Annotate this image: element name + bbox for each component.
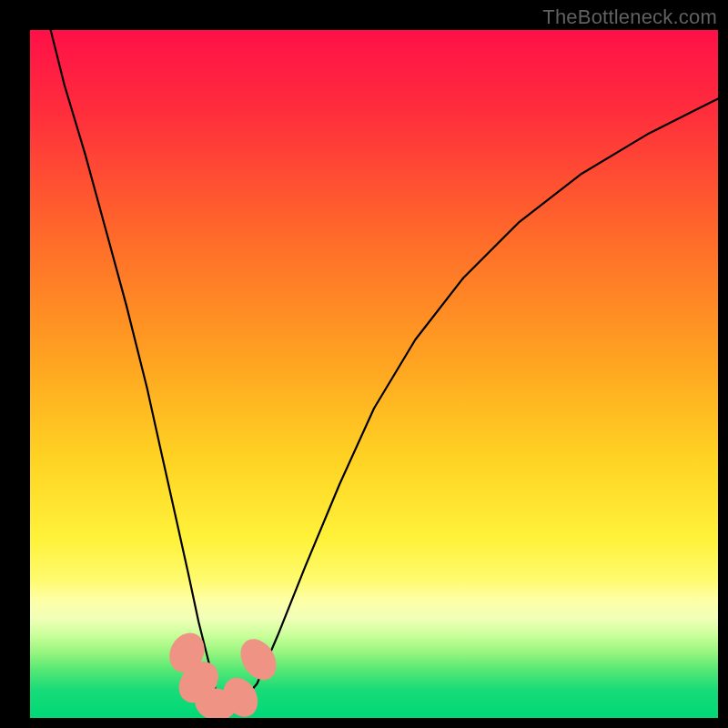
chart-svg [30,30,718,718]
watermark-text: TheBottleneck.com [542,5,717,29]
outer-frame: TheBottleneck.com [0,0,728,728]
bottleneck-curve [51,30,718,709]
plot-area [30,30,718,718]
